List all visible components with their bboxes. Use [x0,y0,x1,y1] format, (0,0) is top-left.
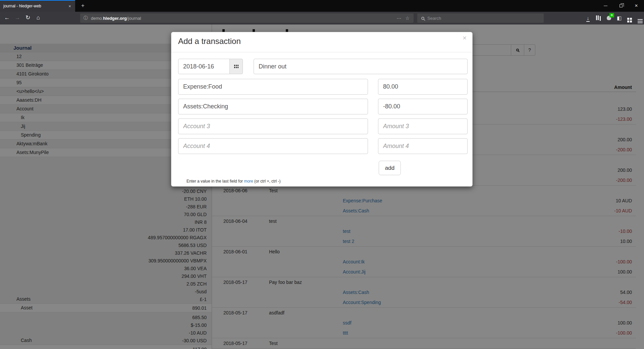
forward-icon[interactable]: → [12,12,22,24]
calendar-button[interactable] [229,59,243,74]
add-transaction-modal: Add a transaction ✕ add Enter a value in… [171,32,473,187]
amount-3-field[interactable] [378,118,468,134]
page-viewport: Journal12301 Beiträge4101 Girokonto95<u>… [0,24,644,349]
amount-1-field[interactable] [378,79,468,95]
restore-icon [620,4,623,7]
activity-grid-icon[interactable] [625,12,635,24]
menu-hamburger-icon[interactable] [635,12,644,24]
account-4-field[interactable] [178,138,368,154]
account-3-field[interactable] [178,118,368,134]
reload-icon[interactable]: ↻ [23,12,33,24]
extension-icon[interactable]: 0 [604,12,614,24]
window-minimize-button[interactable] [598,0,613,12]
modal-header: Add a transaction ✕ [171,32,472,52]
date-field[interactable] [178,59,230,74]
browser-search-input[interactable] [427,16,544,21]
sidebar-toggle-icon[interactable]: ◧ [614,12,624,24]
library-icon[interactable] [593,12,603,24]
new-tab-button[interactable]: + [78,0,88,12]
modal-help-text: Enter a value in the last field for more… [186,179,280,184]
account-1-field[interactable] [178,79,368,95]
page-actions-icon[interactable]: ⋯ [396,15,401,21]
bookmark-star-icon[interactable]: ☆ [405,15,410,21]
amount-2-field[interactable] [378,99,468,114]
description-field[interactable] [254,59,468,74]
account-2-field[interactable] [178,99,368,114]
browser-search-bar[interactable] [417,13,544,23]
amount-4-field[interactable] [378,138,468,154]
modal-close-icon[interactable]: ✕ [463,35,467,41]
search-icon [421,17,424,20]
window-close-button[interactable]: ✕ [629,0,644,12]
tab-close-icon[interactable]: × [67,3,73,9]
url-text: demo.hledger.org/journal [91,16,141,21]
window-restore-button[interactable] [613,0,629,12]
url-bar[interactable]: ⓘ demo.hledger.org/journal ⋯ ☆ [80,13,414,23]
modal-title: Add a transaction [178,37,241,46]
extension-badge: 0 [609,13,614,17]
home-icon[interactable]: ⌂ [33,12,43,24]
browser-tab[interactable]: journal - hledger-web × [0,0,75,12]
add-button[interactable]: add [379,161,401,175]
tab-title: journal - hledger-web [3,1,41,12]
browser-toolbar: ← → ↻ ⌂ ⓘ demo.hledger.org/journal ⋯ ☆ ↓… [0,12,644,24]
more-link[interactable]: more [244,179,253,184]
downloads-icon[interactable]: ↓ [583,12,593,24]
minimize-icon [604,6,607,6]
browser-titlebar: journal - hledger-web × + ✕ [0,0,644,12]
back-icon[interactable]: ← [2,12,12,24]
browser-window: journal - hledger-web × + ✕ ← → ↻ ⌂ ⓘ de… [0,0,644,349]
site-info-icon[interactable]: ⓘ [84,15,88,21]
calendar-icon [234,65,235,66]
